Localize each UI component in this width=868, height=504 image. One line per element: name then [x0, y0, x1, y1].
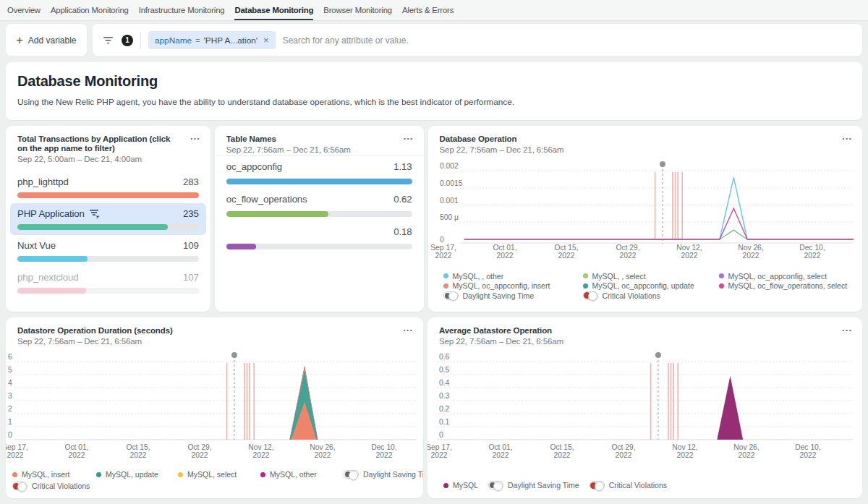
toggle-switch[interactable] — [344, 470, 359, 479]
legend-item[interactable]: MySQL, oc_appconfig, select — [719, 271, 848, 281]
add-variable-label: Add variable — [28, 35, 77, 46]
svg-text:2022: 2022 — [7, 451, 24, 459]
panel-menu-icon[interactable]: ... — [190, 131, 200, 142]
app-row[interactable]: Nuxt Vue109 — [10, 235, 206, 267]
svg-text:2022: 2022 — [192, 451, 208, 459]
svg-text:0.001: 0.001 — [440, 197, 459, 205]
legend-toggle-daylight-saving-ti-[interactable]: Daylight Saving Ti... — [344, 470, 423, 479]
panel-menu-icon[interactable]: ... — [404, 131, 414, 142]
svg-text:0.4: 0.4 — [439, 379, 450, 387]
svg-text:0.6: 0.6 — [439, 353, 450, 361]
svg-text:2022: 2022 — [376, 451, 393, 459]
legend-item[interactable]: MySQL, , select — [583, 271, 719, 281]
legend-toggle-daylight-saving-time[interactable]: Daylight Saving Time — [443, 291, 583, 301]
legend-dot — [12, 472, 17, 477]
svg-text:0.002: 0.002 — [440, 162, 459, 170]
filter-count-badge: 1 — [122, 35, 133, 46]
svg-text:0.5: 0.5 — [439, 366, 450, 374]
svg-text:2022: 2022 — [742, 252, 759, 260]
svg-text:Oct 01,: Oct 01, — [493, 244, 516, 252]
toggle-switch[interactable] — [443, 291, 459, 300]
svg-text:Nov 26,: Nov 26, — [738, 244, 764, 252]
page-description: Using the New Relic PHP agent, you have … — [17, 97, 851, 107]
tab-browser-monitoring[interactable]: Browser Monitoring — [323, 0, 392, 20]
tab-alerts-errors[interactable]: Alerts & Errors — [402, 0, 454, 20]
svg-text:2022: 2022 — [431, 451, 448, 459]
svg-text:0: 0 — [439, 431, 443, 439]
table-row[interactable]: oc_flow_operations0.62 — [226, 193, 412, 217]
svg-text:2022: 2022 — [493, 451, 509, 459]
legend-item[interactable]: MySQL, other — [260, 470, 344, 479]
toggle-switch[interactable] — [12, 482, 27, 490]
svg-text:500 μ: 500 μ — [440, 213, 459, 221]
tab-application-monitoring[interactable]: Application Monitoring — [51, 0, 129, 20]
panel-title: Total Transactions by Application (click… — [17, 134, 199, 153]
svg-text:0.0015: 0.0015 — [440, 179, 463, 187]
panel-title: Table Names — [226, 134, 412, 144]
app-row[interactable]: PHP Application235 — [10, 203, 206, 235]
legend-dot — [443, 273, 448, 278]
legend-dot — [583, 273, 588, 278]
legend-item[interactable]: MySQL, oc_appconfig, insert — [443, 281, 583, 291]
filter-bar[interactable]: 1 appName = 'PHP A...ation' × Search for… — [93, 24, 862, 56]
svg-text:2022: 2022 — [677, 451, 694, 459]
toggle-switch[interactable] — [590, 481, 605, 490]
legend-toggle-critical-violations[interactable]: Critical Violations — [590, 481, 667, 490]
legend-dot — [443, 283, 448, 289]
legend-item[interactable]: MySQL, update — [96, 470, 178, 479]
legend-item[interactable]: MySQL, oc_flow_operations, select — [719, 281, 848, 291]
legend-dot — [443, 483, 448, 488]
panel-date-range: Sep 22, 5:00am – Dec 21, 4:00am — [17, 155, 199, 163]
search-input[interactable]: Search for any attribute or value. — [283, 35, 409, 46]
tab-database-monitoring[interactable]: Database Monitoring — [234, 0, 313, 20]
legend-toggle-critical-violations[interactable]: Critical Violations — [12, 482, 90, 490]
toggle-switch[interactable] — [488, 481, 503, 490]
table-row[interactable]: 0.18 — [226, 226, 412, 249]
variable-toolbar: + Add variable 1 appName = 'PHP A...atio… — [6, 24, 862, 56]
top-nav: OverviewApplication MonitoringInfrastruc… — [0, 0, 868, 21]
app-row[interactable]: php_lighttpd283 — [10, 171, 206, 203]
add-variable-button[interactable]: + Add variable — [6, 24, 87, 56]
chip-value: 'PHP A...ation' — [204, 35, 258, 46]
divider — [140, 33, 141, 48]
filter-chip[interactable]: appName = 'PHP A...ation' × — [148, 31, 276, 49]
plus-icon: + — [16, 34, 22, 47]
panel-date-range: Sep 22, 7:56am – Dec 21, 6:56am — [226, 145, 412, 154]
svg-text:1: 1 — [8, 418, 12, 426]
svg-text:2: 2 — [8, 405, 12, 413]
filter-icon — [103, 35, 114, 46]
svg-text:0: 0 — [440, 236, 444, 244]
svg-text:2022: 2022 — [558, 252, 574, 260]
tab-overview[interactable]: Overview — [7, 0, 41, 20]
table-row[interactable]: oc_appconfig1.13 — [226, 161, 412, 184]
tab-infrastructure-monitoring[interactable]: Infrastructure Monitoring — [139, 0, 225, 20]
legend-item[interactable]: MySQL, insert — [12, 470, 96, 479]
chip-operator: = — [195, 36, 200, 45]
legend-toggle-daylight-saving-time[interactable]: Daylight Saving Time — [488, 481, 579, 490]
app-row[interactable]: php_nextcloud107 — [10, 267, 206, 299]
svg-text:Sep 17,: Sep 17, — [6, 443, 28, 451]
panel-table-names: Table Names Sep 22, 7:56am – Dec 21, 6:5… — [215, 126, 424, 312]
average-datastore-chart[interactable]: 0.60.50.40.30.20.10Sep 17,2022Oct 01,202… — [427, 317, 862, 498]
svg-text:2022: 2022 — [554, 451, 571, 459]
svg-text:Nov 12,: Nov 12, — [676, 244, 702, 252]
page-title: Database Monitoring — [17, 73, 851, 90]
svg-text:2022: 2022 — [435, 252, 451, 260]
legend-item[interactable]: MySQL, oc_appconfig, update — [583, 281, 719, 291]
svg-text:Dec 10,: Dec 10, — [795, 443, 821, 451]
toggle-switch[interactable] — [583, 291, 598, 300]
legend-item[interactable]: MySQL, , other — [443, 271, 583, 281]
svg-text:2022: 2022 — [496, 252, 513, 260]
legend-dot — [178, 472, 183, 477]
legend-dot — [583, 283, 588, 289]
legend-toggle-critical-violations[interactable]: Critical Violations — [583, 291, 719, 301]
legend-item[interactable]: MySQL — [443, 481, 478, 490]
svg-text:Sep 17,: Sep 17, — [430, 244, 456, 252]
legend-dot — [719, 273, 724, 278]
remove-filter-icon[interactable] — [90, 209, 100, 218]
legend-item[interactable]: MySQL, select — [178, 470, 260, 479]
svg-text:2022: 2022 — [69, 451, 85, 459]
chip-remove-icon[interactable]: × — [263, 35, 269, 46]
svg-text:4: 4 — [8, 379, 12, 387]
svg-text:2022: 2022 — [804, 252, 820, 260]
